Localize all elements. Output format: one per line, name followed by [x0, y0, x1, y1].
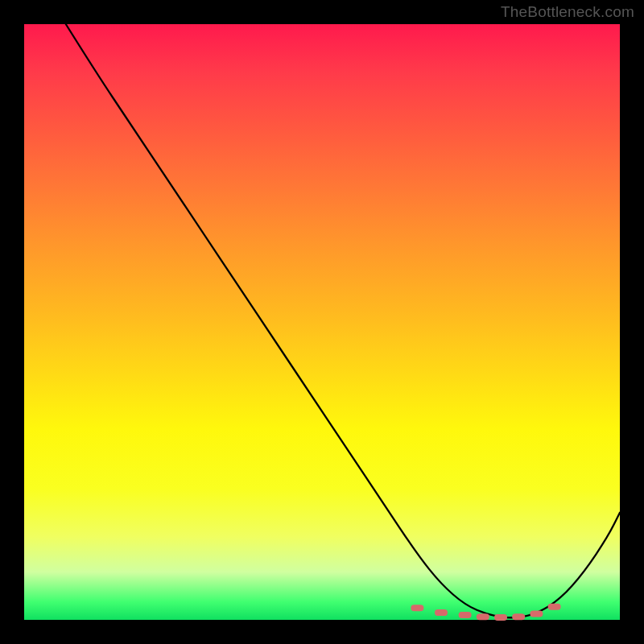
chart-plot-area — [24, 24, 620, 620]
marker-dot — [494, 614, 507, 621]
watermark-text: TheBottleneck.com — [501, 3, 634, 21]
marker-dot — [411, 605, 423, 611]
bottleneck-markers — [411, 604, 560, 621]
marker-dot — [477, 613, 489, 620]
marker-dot — [459, 612, 472, 618]
marker-dot — [530, 611, 543, 617]
marker-dot — [548, 604, 561, 610]
curve-line — [66, 24, 620, 617]
chart-svg — [24, 24, 620, 620]
marker-dot — [512, 613, 525, 620]
marker-dot — [435, 609, 448, 616]
